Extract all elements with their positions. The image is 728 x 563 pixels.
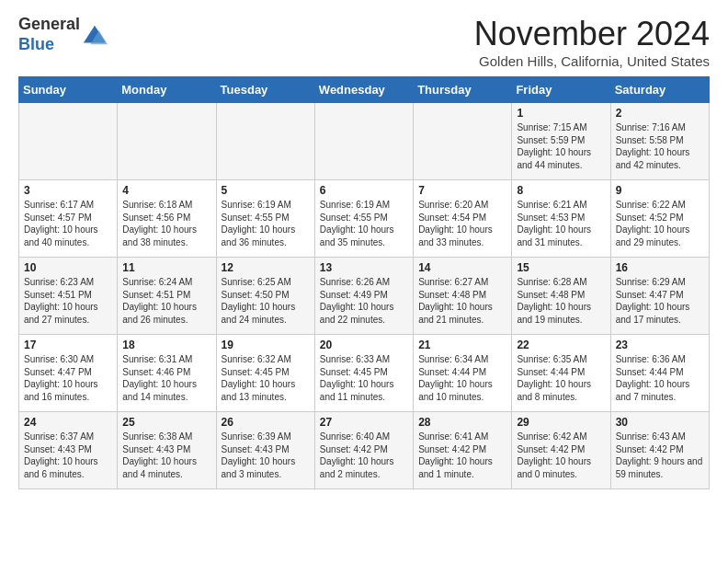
day-number: 21 (418, 339, 506, 351)
day-number: 11 (122, 261, 210, 274)
day-info: Sunrise: 6:36 AM Sunset: 4:44 PM Dayligh… (616, 353, 704, 403)
calendar-cell: 15Sunrise: 6:28 AM Sunset: 4:48 PM Dayli… (512, 258, 610, 335)
day-number: 4 (122, 184, 210, 197)
weekday-header: Saturday (610, 77, 709, 103)
title-area: November 2024 Golden Hills, California, … (474, 15, 710, 69)
calendar-week-row: 3Sunrise: 6:17 AM Sunset: 4:57 PM Daylig… (19, 180, 710, 258)
weekday-header-row: SundayMondayTuesdayWednesdayThursdayFrid… (19, 77, 710, 103)
calendar-cell (414, 103, 512, 180)
month-title: November 2024 (474, 15, 710, 53)
day-number: 29 (517, 416, 605, 429)
day-number: 8 (517, 184, 605, 197)
calendar-week-row: 24Sunrise: 6:37 AM Sunset: 4:43 PM Dayli… (19, 412, 710, 489)
calendar-cell: 12Sunrise: 6:25 AM Sunset: 4:50 PM Dayli… (216, 258, 314, 335)
calendar-cell: 26Sunrise: 6:39 AM Sunset: 4:43 PM Dayli… (216, 412, 314, 489)
calendar-week-row: 10Sunrise: 6:23 AM Sunset: 4:51 PM Dayli… (19, 258, 710, 335)
day-number: 1 (517, 107, 605, 120)
weekday-header: Wednesday (314, 77, 413, 103)
calendar-cell (314, 103, 413, 180)
day-info: Sunrise: 6:31 AM Sunset: 4:46 PM Dayligh… (122, 353, 210, 403)
logo-general: General (18, 15, 80, 33)
day-number: 12 (222, 261, 310, 274)
day-number: 2 (616, 107, 704, 120)
day-info: Sunrise: 6:43 AM Sunset: 4:42 PM Dayligh… (616, 431, 704, 480)
calendar-cell: 21Sunrise: 6:34 AM Sunset: 4:44 PM Dayli… (414, 335, 512, 412)
calendar-cell: 5Sunrise: 6:19 AM Sunset: 4:55 PM Daylig… (216, 180, 314, 258)
day-info: Sunrise: 6:32 AM Sunset: 4:45 PM Dayligh… (222, 353, 310, 403)
day-number: 6 (320, 184, 408, 197)
calendar-cell (216, 103, 314, 180)
calendar-cell: 30Sunrise: 6:43 AM Sunset: 4:42 PM Dayli… (610, 412, 709, 489)
day-info: Sunrise: 6:38 AM Sunset: 4:43 PM Dayligh… (122, 431, 210, 480)
calendar-cell: 16Sunrise: 6:29 AM Sunset: 4:47 PM Dayli… (610, 258, 709, 335)
calendar-cell: 27Sunrise: 6:40 AM Sunset: 4:42 PM Dayli… (314, 412, 413, 489)
day-number: 30 (616, 416, 704, 429)
day-info: Sunrise: 6:40 AM Sunset: 4:42 PM Dayligh… (320, 431, 408, 480)
day-info: Sunrise: 6:34 AM Sunset: 4:44 PM Dayligh… (418, 353, 506, 403)
day-info: Sunrise: 6:25 AM Sunset: 4:50 PM Dayligh… (222, 276, 310, 326)
day-number: 9 (616, 184, 704, 197)
calendar-cell: 23Sunrise: 6:36 AM Sunset: 4:44 PM Dayli… (610, 335, 709, 412)
weekday-header: Thursday (414, 77, 512, 103)
day-info: Sunrise: 6:42 AM Sunset: 4:42 PM Dayligh… (517, 431, 605, 480)
day-number: 13 (320, 261, 408, 274)
day-number: 27 (320, 416, 408, 429)
day-number: 28 (418, 416, 506, 429)
calendar-cell: 1Sunrise: 7:15 AM Sunset: 5:59 PM Daylig… (512, 103, 610, 180)
day-number: 5 (222, 184, 310, 197)
day-number: 20 (320, 339, 408, 351)
day-info: Sunrise: 6:18 AM Sunset: 4:56 PM Dayligh… (122, 199, 210, 248)
header: General Blue November 2024 Golden Hills,… (18, 15, 710, 69)
day-number: 19 (222, 339, 310, 351)
day-info: Sunrise: 6:41 AM Sunset: 4:42 PM Dayligh… (418, 431, 506, 480)
calendar-cell: 10Sunrise: 6:23 AM Sunset: 4:51 PM Dayli… (19, 258, 118, 335)
day-info: Sunrise: 6:35 AM Sunset: 4:44 PM Dayligh… (517, 353, 605, 403)
calendar-week-row: 1Sunrise: 7:15 AM Sunset: 5:59 PM Daylig… (19, 103, 710, 180)
day-info: Sunrise: 6:30 AM Sunset: 4:47 PM Dayligh… (24, 353, 112, 403)
day-info: Sunrise: 6:26 AM Sunset: 4:49 PM Dayligh… (320, 276, 408, 326)
calendar-cell: 20Sunrise: 6:33 AM Sunset: 4:45 PM Dayli… (314, 335, 413, 412)
calendar-week-row: 17Sunrise: 6:30 AM Sunset: 4:47 PM Dayli… (19, 335, 710, 412)
day-number: 10 (24, 261, 112, 274)
day-info: Sunrise: 6:20 AM Sunset: 4:54 PM Dayligh… (418, 199, 506, 248)
day-number: 25 (122, 416, 210, 429)
day-number: 16 (616, 261, 704, 274)
day-info: Sunrise: 7:15 AM Sunset: 5:59 PM Dayligh… (517, 121, 605, 171)
weekday-header: Sunday (19, 77, 118, 103)
day-number: 22 (517, 339, 605, 351)
calendar-cell: 17Sunrise: 6:30 AM Sunset: 4:47 PM Dayli… (19, 335, 118, 412)
day-info: Sunrise: 6:19 AM Sunset: 4:55 PM Dayligh… (222, 199, 310, 248)
calendar-cell (118, 103, 216, 180)
calendar-cell: 6Sunrise: 6:19 AM Sunset: 4:55 PM Daylig… (314, 180, 413, 258)
day-info: Sunrise: 6:24 AM Sunset: 4:51 PM Dayligh… (122, 276, 210, 326)
calendar-cell: 24Sunrise: 6:37 AM Sunset: 4:43 PM Dayli… (19, 412, 118, 489)
calendar-cell: 18Sunrise: 6:31 AM Sunset: 4:46 PM Dayli… (118, 335, 216, 412)
calendar-cell: 22Sunrise: 6:35 AM Sunset: 4:44 PM Dayli… (512, 335, 610, 412)
day-number: 17 (24, 339, 112, 351)
logo: General Blue (18, 15, 108, 54)
day-info: Sunrise: 6:19 AM Sunset: 4:55 PM Dayligh… (320, 199, 408, 248)
day-number: 7 (418, 184, 506, 197)
day-number: 24 (24, 416, 112, 429)
logo-blue: Blue (18, 35, 54, 53)
calendar-cell: 13Sunrise: 6:26 AM Sunset: 4:49 PM Dayli… (314, 258, 413, 335)
calendar-cell: 14Sunrise: 6:27 AM Sunset: 4:48 PM Dayli… (414, 258, 512, 335)
day-info: Sunrise: 6:22 AM Sunset: 4:52 PM Dayligh… (616, 199, 704, 248)
calendar-cell: 3Sunrise: 6:17 AM Sunset: 4:57 PM Daylig… (19, 180, 118, 258)
day-info: Sunrise: 6:33 AM Sunset: 4:45 PM Dayligh… (320, 353, 408, 403)
logo-text: General Blue (18, 15, 80, 54)
day-number: 26 (222, 416, 310, 429)
calendar-cell (19, 103, 118, 180)
day-number: 3 (24, 184, 112, 197)
day-info: Sunrise: 6:23 AM Sunset: 4:51 PM Dayligh… (24, 276, 112, 326)
day-info: Sunrise: 6:21 AM Sunset: 4:53 PM Dayligh… (517, 199, 605, 248)
day-info: Sunrise: 6:17 AM Sunset: 4:57 PM Dayligh… (24, 199, 112, 248)
logo-icon (82, 22, 108, 48)
day-number: 15 (517, 261, 605, 274)
calendar-cell: 19Sunrise: 6:32 AM Sunset: 4:45 PM Dayli… (216, 335, 314, 412)
day-number: 23 (616, 339, 704, 351)
calendar-cell: 29Sunrise: 6:42 AM Sunset: 4:42 PM Dayli… (512, 412, 610, 489)
day-info: Sunrise: 6:39 AM Sunset: 4:43 PM Dayligh… (222, 431, 310, 480)
day-info: Sunrise: 7:16 AM Sunset: 5:58 PM Dayligh… (616, 121, 704, 171)
calendar-cell: 8Sunrise: 6:21 AM Sunset: 4:53 PM Daylig… (512, 180, 610, 258)
